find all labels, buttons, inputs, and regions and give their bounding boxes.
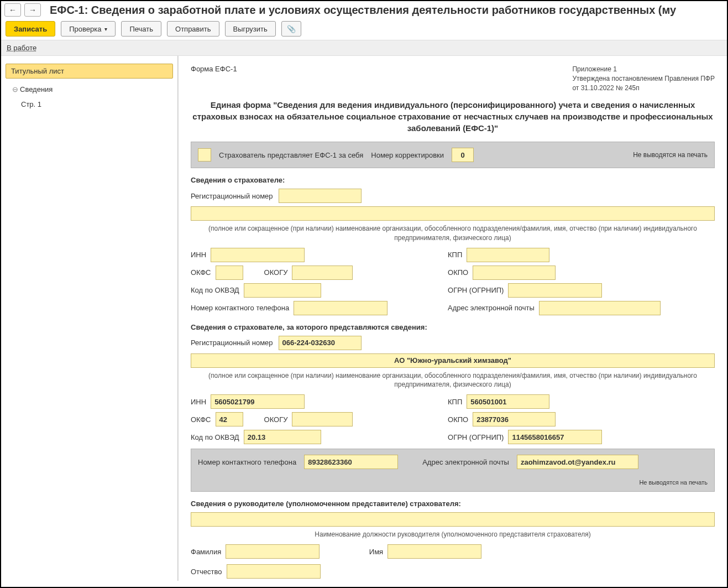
tree-item-page1[interactable]: Стр. 1 [6,97,173,112]
s2-okfs-field[interactable]: 42 [216,412,243,426]
s1-okfs-label: ОКФС [191,268,211,277]
s1-inn-label: ИНН [191,251,206,259]
correction-number-label: Номер корректировки [371,151,444,159]
form-title: Единая форма "Сведения для ведения индив… [191,99,715,134]
s2-okogu-label: ОКОГУ [264,415,288,424]
s1-okpo-label: ОКПО [448,268,468,277]
attach-button[interactable]: 📎 [281,21,301,37]
section-insurer-heading: Сведения о страхователе: [191,176,715,184]
patronymic-label: Отчество [191,568,222,576]
s1-kpp-label: КПП [448,251,462,259]
s1-ogrn-label: ОГРН (ОГРНИП) [448,286,504,294]
s2-ogrn-field[interactable]: 1145658016657 [508,430,602,444]
s2-okfs-label: ОКФС [191,415,211,424]
s2-kpp-field[interactable]: 560501001 [467,394,549,409]
s1-orgname-hint: (полное или сокращенное (при наличии) на… [191,224,715,242]
s2-okpo-field[interactable]: 23877036 [473,412,556,426]
form-approval-text: Приложение 1 Утверждена постановлением П… [572,65,715,92]
s2-email-label: Адрес электронной почты [422,458,509,466]
s1-regnum-field[interactable] [279,189,362,203]
tree-item-title-page[interactable]: Титульный лист [6,64,173,79]
form-code-label: Форма ЕФС-1 [191,65,237,92]
s1-okved-field[interactable] [244,283,321,298]
s1-okpo-field[interactable] [473,266,556,280]
s2-ogrn-label: ОГРН (ОГРНИП) [448,433,504,441]
s2-email-field[interactable]: zaohimzavod.ot@yandex.ru [517,455,638,469]
s2-phone-field[interactable]: 89328623360 [304,455,398,469]
nav-tree: Титульный лист ⊖ Сведения Стр. 1 [1,56,178,581]
section-signer-heading: Сведения о руководителе (уполномоченном … [191,499,715,508]
s1-ogrn-field[interactable] [508,283,602,298]
window-title: ЕФС-1: Сведения о заработной плате и усл… [50,4,676,17]
check-button-label: Проверка [69,25,101,33]
document-status-link[interactable]: В работе [7,44,36,52]
check-button[interactable]: Проверка ▾ [61,21,116,37]
lastname-field[interactable] [226,544,320,559]
s1-okogu-label: ОКОГУ [264,268,288,277]
s2-okved-label: Код по ОКВЭД [191,433,239,441]
self-submit-label: Страхователь представляет ЕФС-1 за себя [219,151,363,159]
tree-item-info-label: Сведения [20,85,53,93]
self-submit-checkbox[interactable] [198,148,211,162]
s2-phone-label: Номер контактного телефона [198,458,296,466]
s1-email-field[interactable] [539,301,661,315]
s1-phone-label: Номер контактного телефона [191,304,289,312]
s1-orgname-field[interactable] [191,206,715,221]
section-represented-heading: Сведения о страхователе, за которого пре… [191,323,715,331]
paperclip-icon: 📎 [287,25,296,33]
s2-okved-field[interactable]: 20.13 [244,430,321,444]
firstname-field[interactable] [387,544,481,559]
s2-inn-label: ИНН [191,398,206,406]
send-button[interactable]: Отправить [167,21,219,37]
s2-inn-field[interactable]: 5605021799 [211,394,305,409]
s1-kpp-field[interactable] [467,248,549,262]
position-field[interactable] [191,512,715,527]
export-button[interactable]: Выгрузить [225,21,276,37]
s2-orgname-field[interactable]: АО "Южно-уральский химзавод" [191,353,715,368]
position-hint: Наименование должности руководителя (упо… [191,530,715,539]
s2-okogu-field[interactable] [292,412,353,426]
nav-back-button[interactable]: ← [4,3,21,17]
print-button[interactable]: Печать [121,21,161,37]
s1-okved-label: Код по ОКВЭД [191,286,239,294]
s2-kpp-label: КПП [448,398,462,406]
correction-number-field[interactable]: 0 [452,148,474,162]
tree-item-info[interactable]: ⊖ Сведения [6,82,173,97]
patronymic-field[interactable] [227,564,321,579]
s2-orgname-hint: (полное или сокращенное (при наличии) на… [191,371,715,389]
s1-okogu-field[interactable] [292,266,353,280]
s1-inn-field[interactable] [211,248,305,262]
no-print-note-2: Не выводятся на печать [198,479,708,486]
no-print-note: Не выводятся на печать [633,151,708,159]
nav-forward-button[interactable]: → [24,3,41,17]
lastname-label: Фамилия [191,548,221,556]
s2-regnum-field[interactable]: 066-224-032630 [279,336,362,350]
firstname-label: Имя [369,548,383,556]
correction-panel: Страхователь представляет ЕФС-1 за себя … [191,142,715,168]
s1-email-label: Адрес электронной почты [448,304,535,312]
s1-regnum-label: Регистрационный номер [191,192,273,200]
s2-regnum-label: Регистрационный номер [191,339,273,347]
s2-okpo-label: ОКПО [448,415,468,424]
s1-okfs-field[interactable] [216,266,243,280]
save-button[interactable]: Записать [6,21,55,37]
contact-panel: Номер контактного телефона 89328623360 А… [191,449,715,492]
collapse-icon: ⊖ [11,85,19,93]
chevron-down-icon: ▾ [104,26,107,32]
s1-phone-field[interactable] [294,301,387,315]
